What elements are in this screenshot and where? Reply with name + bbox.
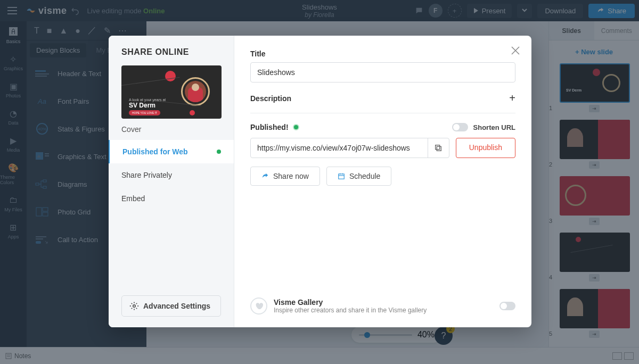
svg-rect-21	[437, 146, 441, 151]
nav-share-privately[interactable]: Share Privately	[109, 163, 234, 187]
cover-label: Cover	[109, 125, 234, 140]
add-description-button[interactable]: +	[509, 92, 515, 104]
nav-published-for-web[interactable]: Published for Web	[109, 140, 234, 163]
heart-icon	[250, 297, 267, 315]
description-label: Description	[250, 94, 291, 103]
published-status: Published!	[250, 123, 299, 131]
svg-point-20	[133, 305, 136, 308]
gallery-subtitle: Inspire other creators and share it in t…	[274, 307, 427, 314]
advanced-settings-button[interactable]: Advanced Settings	[121, 295, 221, 317]
share-now-icon	[261, 172, 269, 180]
title-input[interactable]	[250, 62, 515, 82]
close-icon[interactable]	[510, 45, 521, 56]
unpublish-button[interactable]: Unpublish	[456, 138, 515, 158]
svg-rect-22	[436, 145, 440, 150]
copy-url-button[interactable]	[428, 138, 449, 158]
share-url[interactable]: https://my.visme.co/view/x47oj07w-slides…	[251, 138, 428, 158]
svg-rect-23	[339, 174, 345, 179]
nav-embed[interactable]: Embed	[109, 187, 234, 210]
shorten-url-label: Shorten URL	[473, 123, 515, 131]
gear-icon	[129, 301, 139, 311]
share-modal: SHARE ONLINE A look at your years at SV …	[109, 36, 531, 327]
published-status-dot	[217, 150, 221, 154]
published-dot-icon	[293, 124, 299, 130]
gallery-toggle[interactable]	[499, 302, 515, 310]
gallery-title: Visme Gallery	[274, 298, 427, 307]
calendar-icon	[338, 172, 345, 180]
schedule-button[interactable]: Schedule	[326, 167, 391, 186]
copy-icon	[434, 144, 443, 152]
shorten-url-toggle[interactable]	[452, 123, 468, 131]
modal-heading: SHARE ONLINE	[109, 47, 234, 65]
title-label: Title	[250, 49, 515, 58]
cover-thumbnail[interactable]: A look at your years at SV Derm HOPE YOU…	[121, 65, 222, 119]
share-now-button[interactable]: Share now	[250, 167, 320, 186]
